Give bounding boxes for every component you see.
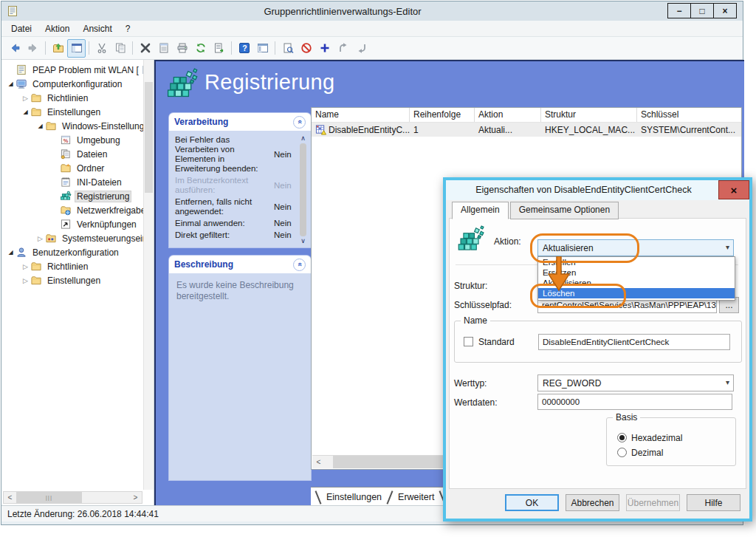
tab-gemeinsame-optionen[interactable]: Gemeinsame Optionen (510, 202, 619, 219)
tree-item-dateien[interactable]: Dateien (3, 147, 143, 161)
export-list-icon (213, 42, 225, 54)
hexadezimal-radio[interactable] (617, 433, 627, 442)
tree-item-ini-dateien[interactable]: INI-Dateien (3, 175, 143, 189)
shortcut-icon (60, 219, 72, 230)
tree-item-ordner[interactable]: Ordner (3, 161, 143, 175)
scroll-left-icon[interactable]: < (312, 456, 325, 468)
option-löschen[interactable]: Löschen (538, 288, 735, 298)
tree-item-windows-einstellungen[interactable]: ◢Windows-Einstellungen (3, 119, 143, 133)
table-row[interactable]: DisableEndEntityC...1Aktuali...HKEY_LOCA… (312, 123, 741, 137)
column-header-schlüssel[interactable]: Schlüssel (637, 108, 756, 122)
tree-item-netzwerkfreigaben[interactable]: Netzwerkfreigaben (3, 203, 143, 217)
option-aktualisieren[interactable]: Aktualisieren (538, 278, 735, 288)
toolbar-print-button[interactable] (173, 39, 191, 58)
expander-expanded-icon[interactable]: ◢ (35, 123, 45, 129)
tree-item-systemsteuerungseinstellungen[interactable]: ▷Systemsteuerungseinstellungen (3, 231, 143, 245)
toolbar-move-up-button[interactable] (334, 39, 352, 58)
expander-collapsed-icon[interactable]: ▷ (21, 263, 30, 270)
tab-einstellungen[interactable]: Einstellungen (320, 490, 388, 504)
column-header-aktion[interactable]: Aktion (475, 108, 541, 122)
tree-item-einstellungen[interactable]: ◢Einstellungen (3, 105, 143, 119)
toolbar-add-button[interactable] (315, 39, 334, 58)
tab-allgemein[interactable]: Allgemein (452, 202, 509, 219)
expander-expanded-icon[interactable]: ◢ (6, 81, 16, 87)
toolbar-console-window-button[interactable] (67, 39, 86, 58)
menu-datei[interactable]: Datei (4, 21, 38, 36)
title-bar[interactable]: Gruppenrichtlinienverwaltungs-Editor −□× (1, 1, 743, 21)
toolbar-preview-button[interactable] (278, 39, 297, 58)
ok-button[interactable]: OK (505, 494, 559, 511)
scroll-right-icon[interactable]: > (129, 492, 142, 503)
collapse-chevron-icon[interactable]: « (293, 116, 306, 129)
toolbar-export-list-button[interactable] (210, 39, 228, 58)
toolbar-forward-button[interactable] (24, 39, 42, 58)
tree-item-einstellungen[interactable]: ▷Einstellungen (3, 273, 143, 287)
dialog-title-bar[interactable]: Eigenschaften von DisableEndEntityClient… (446, 180, 749, 200)
menu-bar: DateiAktionAnsicht? (1, 21, 743, 37)
scroll-down-icon[interactable]: ∨ (300, 238, 306, 244)
hilfe-button[interactable]: Hilfe (687, 494, 740, 511)
toolbar-move-down-button[interactable] (352, 39, 371, 58)
expander-expanded-icon[interactable]: ◢ (6, 249, 16, 256)
dezimal-radio[interactable] (617, 448, 627, 457)
aktion-combobox[interactable]: Aktualisieren ▾ (537, 239, 734, 256)
tree-item-benutzerkonfiguration[interactable]: ◢Benutzerkonfiguration (3, 245, 143, 259)
toolbar-properties-button[interactable] (154, 39, 173, 58)
column-header-struktur[interactable]: Struktur (541, 108, 637, 122)
tree-item-label: INI-Dateien (75, 177, 124, 188)
toolbar-delete-button[interactable] (136, 39, 154, 58)
tree-item-richtlinien[interactable]: ▷Richtlinien (3, 91, 143, 105)
wertdaten-input[interactable]: 00000000 (537, 394, 732, 410)
werttyp-value: REG_DWORD (543, 378, 601, 389)
column-header-reihenfolge[interactable]: Reihenfolge (410, 108, 475, 122)
abbrechen-button[interactable]: Abbrechen (566, 494, 619, 511)
refresh-icon (195, 42, 207, 54)
option-erstellen[interactable]: Erstellen (538, 257, 735, 267)
processing-value: Nein (274, 219, 295, 228)
processing-value: Nein (274, 150, 295, 160)
standard-checkbox[interactable] (464, 337, 473, 346)
expander-collapsed-icon[interactable]: ▷ (21, 95, 30, 102)
move-down-icon (356, 42, 368, 54)
cell-reihenfolge: 1 (410, 125, 475, 135)
toolbar-block-button[interactable] (297, 39, 315, 58)
tree-item-verknüpfungen[interactable]: Verknüpfungen (3, 217, 143, 231)
verarbeitung-scrollbar[interactable]: ∧ ∨ (298, 135, 308, 244)
verarbeitung-header[interactable]: Verarbeitung « (169, 113, 311, 131)
scroll-left-icon[interactable]: < (4, 492, 16, 503)
toolbar-refresh-button[interactable] (191, 39, 210, 58)
maximize-button[interactable]: □ (690, 3, 714, 18)
tree-item-richtlinien[interactable]: ▷Richtlinien (3, 259, 143, 273)
beschreibung-header[interactable]: Beschreibung « (169, 256, 311, 273)
processing-label: Direkt gefiltert: (175, 230, 274, 240)
werttyp-combobox[interactable]: REG_DWORD ▾ (537, 374, 734, 391)
folder-icon (45, 120, 57, 131)
menu-aktion[interactable]: Aktion (38, 21, 76, 36)
menu-ansicht[interactable]: Ansicht (76, 21, 118, 36)
toolbar-console-tree-button[interactable] (253, 39, 272, 58)
tab-erweitert[interactable]: Erweitert (391, 490, 441, 504)
tree-item-peap-problem-mit-wlan[interactable]: PEAP Problem mit WLAN [ (3, 63, 143, 77)
close-button[interactable]: × (713, 3, 737, 18)
tree-item-registrierung[interactable]: Registrierung (3, 189, 143, 203)
tree-item-computerkonfiguration[interactable]: ◢Computerkonfiguration (3, 77, 143, 91)
scroll-up-icon[interactable]: ∧ (300, 135, 306, 142)
column-header-name[interactable]: Name (312, 108, 410, 122)
menu-[interactable]: ? (119, 21, 137, 36)
collapse-chevron-icon[interactable]: « (293, 259, 306, 271)
dialog-close-button[interactable]: × (718, 180, 749, 199)
toolbar-copy-button[interactable] (111, 39, 129, 58)
toolbar-cut-button[interactable] (92, 39, 111, 58)
expander-expanded-icon[interactable]: ◢ (21, 109, 30, 115)
expander-collapsed-icon[interactable]: ▷ (21, 277, 30, 284)
option-ersetzen[interactable]: Ersetzen (538, 267, 735, 278)
toolbar-help-button[interactable]: ? (235, 39, 253, 58)
minimize-button[interactable]: − (667, 3, 691, 18)
tree-item-umgebung[interactable]: %Umgebung (3, 133, 143, 147)
name-input[interactable]: DisableEndEntityClientCertCheck (538, 334, 730, 350)
tree-vertical-scrollbar[interactable] (143, 60, 154, 490)
tree-horizontal-scrollbar[interactable]: < ||| > (3, 491, 142, 504)
toolbar-folder-up-button[interactable] (49, 39, 67, 58)
toolbar-back-button[interactable] (5, 39, 24, 58)
expander-collapsed-icon[interactable]: ▷ (35, 235, 45, 242)
